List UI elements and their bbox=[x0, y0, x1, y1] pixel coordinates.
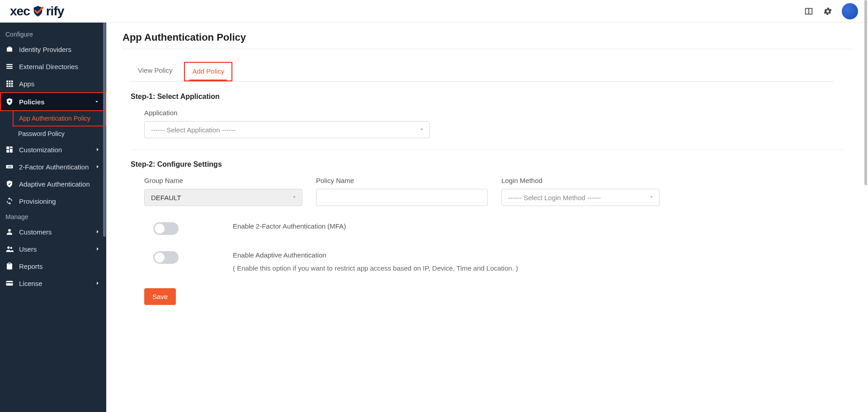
policy-name-label: Policy Name bbox=[316, 177, 488, 184]
step-2-title: Step-2: Configure Settings bbox=[131, 160, 852, 169]
svg-rect-20 bbox=[6, 282, 13, 283]
svg-rect-11 bbox=[10, 146, 13, 148]
sidebar-scrollbar[interactable] bbox=[103, 23, 106, 237]
toggle-2fa-row: Enable 2-Factor Authentication (MFA) bbox=[153, 222, 852, 235]
list-icon bbox=[5, 62, 14, 70]
sidebar-item-customization[interactable]: Customization bbox=[0, 141, 106, 158]
chevron-right-icon bbox=[94, 229, 101, 235]
save-button[interactable]: Save bbox=[144, 288, 176, 305]
policy-tabs: View Policy Add Policy bbox=[131, 62, 834, 82]
toggle-2fa[interactable] bbox=[153, 222, 179, 235]
sidebar-item-provisioning[interactable]: Provisioning bbox=[0, 192, 106, 210]
toggle-adaptive[interactable] bbox=[153, 251, 179, 264]
brand-part1: xec bbox=[10, 4, 30, 19]
svg-point-18 bbox=[10, 247, 13, 249]
label: Policies bbox=[19, 98, 88, 106]
svg-text:123: 123 bbox=[8, 165, 12, 168]
settings-row: Group Name DEFAULT Policy Name bbox=[144, 177, 834, 206]
gear-icon[interactable] bbox=[823, 6, 833, 16]
main-content: App Authentication Policy View Policy Ad… bbox=[106, 23, 868, 412]
login-method-label: Login Method bbox=[501, 177, 660, 184]
sidebar-section-manage: Manage bbox=[0, 210, 106, 223]
sidebar-subitem-password-policy[interactable]: Password Policy bbox=[13, 126, 106, 141]
label: Customization bbox=[19, 146, 89, 154]
toggle-2fa-label: Enable 2-Factor Authentication (MFA) bbox=[233, 222, 346, 230]
group-name-field: Group Name DEFAULT bbox=[144, 177, 302, 206]
group-name-select[interactable]: DEFAULT bbox=[144, 189, 302, 206]
sidebar-policies-submenu: App Authentication Policy Password Polic… bbox=[0, 111, 106, 141]
sidebar-item-2fa[interactable]: 123 2-Factor Authentication bbox=[0, 158, 106, 175]
svg-rect-12 bbox=[10, 149, 13, 153]
sidebar-subitem-app-auth-policy[interactable]: App Authentication Policy bbox=[13, 111, 106, 126]
svg-rect-7 bbox=[9, 85, 11, 87]
sidebar-item-external-directories[interactable]: External Directories bbox=[0, 58, 106, 75]
toggle-adaptive-label: Enable Adaptive Authentication bbox=[233, 251, 518, 259]
chevron-right-icon bbox=[94, 146, 101, 153]
pin-code-icon: 123 bbox=[5, 163, 14, 171]
tab-view-policy[interactable]: View Policy bbox=[131, 62, 179, 81]
group-name-label: Group Name bbox=[144, 177, 302, 184]
sync-icon bbox=[5, 197, 14, 205]
user-avatar[interactable] bbox=[842, 3, 858, 19]
shield-check-icon bbox=[32, 5, 44, 18]
toggle-adaptive-hint: ( Enable this option if you want to rest… bbox=[233, 264, 518, 272]
label: App Authentication Policy bbox=[19, 115, 100, 122]
sidebar-item-apps[interactable]: Apps bbox=[0, 75, 106, 92]
customize-icon bbox=[5, 145, 14, 154]
svg-rect-1 bbox=[9, 80, 11, 82]
sidebar-item-users[interactable]: Users bbox=[0, 240, 106, 258]
sidebar-item-identity-providers[interactable]: Identity Providers bbox=[0, 41, 106, 58]
label: Identity Providers bbox=[19, 46, 101, 53]
svg-rect-4 bbox=[9, 83, 11, 85]
section-divider bbox=[131, 149, 844, 150]
label: Users bbox=[19, 245, 89, 253]
briefcase-icon bbox=[5, 45, 14, 53]
docs-icon[interactable] bbox=[804, 6, 814, 16]
login-method-field: Login Method ------ Select Login Method … bbox=[501, 177, 660, 206]
chevron-right-icon bbox=[94, 280, 101, 286]
sidebar-item-policies[interactable]: Policies bbox=[0, 92, 106, 111]
user-icon bbox=[5, 228, 14, 236]
svg-rect-3 bbox=[6, 83, 8, 85]
svg-rect-6 bbox=[6, 85, 8, 87]
tab-add-policy[interactable]: Add Policy bbox=[185, 63, 231, 80]
sidebar-item-license[interactable]: License bbox=[0, 275, 106, 292]
application-label: Application bbox=[144, 109, 852, 117]
sidebar-item-reports[interactable]: Reports bbox=[0, 258, 106, 275]
sidebar: Configure Identity Providers External Di… bbox=[0, 23, 106, 412]
top-header: xec rify bbox=[0, 0, 868, 23]
shield-icon bbox=[5, 180, 14, 188]
svg-rect-10 bbox=[6, 146, 9, 149]
application-select-wrap: ------ Select Application ------ bbox=[144, 121, 430, 138]
grid-icon bbox=[5, 80, 14, 88]
sidebar-section-configure: Configure bbox=[0, 27, 106, 41]
policy-name-input[interactable] bbox=[316, 189, 488, 206]
chevron-right-icon bbox=[94, 246, 101, 252]
brand-logo: xec rify bbox=[10, 4, 64, 19]
sidebar-item-adaptive-auth[interactable]: Adaptive Authentication bbox=[0, 175, 106, 192]
title-divider bbox=[123, 49, 852, 49]
login-method-select-wrap: ------ Select Login Method ------ bbox=[501, 189, 660, 206]
clipboard-icon bbox=[5, 262, 14, 270]
sidebar-item-customers[interactable]: Customers bbox=[0, 223, 106, 240]
application-select[interactable]: ------ Select Application ------ bbox=[144, 121, 430, 138]
label: Password Policy bbox=[18, 130, 101, 137]
users-icon bbox=[5, 245, 14, 253]
label: Customers bbox=[19, 228, 89, 236]
label: 2-Factor Authentication bbox=[19, 163, 89, 171]
policy-name-field: Policy Name bbox=[316, 177, 488, 206]
svg-rect-2 bbox=[11, 80, 13, 82]
login-method-select[interactable]: ------ Select Login Method ------ bbox=[501, 189, 660, 206]
svg-point-9 bbox=[9, 100, 11, 103]
label: License bbox=[19, 280, 89, 287]
svg-rect-5 bbox=[11, 83, 13, 85]
page-scrollbar[interactable] bbox=[864, 0, 867, 185]
chevron-down-icon bbox=[94, 98, 100, 105]
label: External Directories bbox=[19, 63, 101, 70]
svg-point-16 bbox=[8, 229, 11, 232]
label: Provisioning bbox=[19, 197, 101, 205]
label: Reports bbox=[19, 262, 101, 270]
svg-point-17 bbox=[7, 246, 9, 248]
application-field: Application ------ Select Application --… bbox=[144, 109, 852, 138]
label: Adaptive Authentication bbox=[19, 180, 101, 188]
